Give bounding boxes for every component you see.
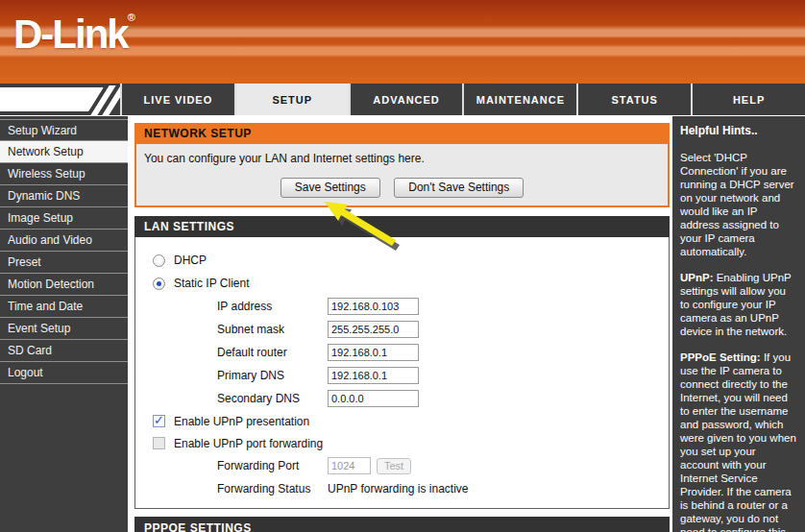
sidebar-item-image-setup[interactable]: Image Setup [0, 207, 128, 230]
page-description: You can configure your LAN and Internet … [144, 150, 660, 165]
badge-shape [0, 87, 104, 111]
tab-status[interactable]: STATUS [576, 84, 691, 115]
default-router-input[interactable] [328, 344, 419, 361]
helpful-hints-panel: Helpful Hints.. Select 'DHCP Connection'… [672, 116, 805, 532]
dhcp-radio-row: DHCP [153, 249, 669, 272]
brand-banner: D-Link® [0, 0, 805, 84]
hint-dhcp: Select 'DHCP Connection' if you are runn… [680, 151, 797, 258]
secondary-dns-row: Secondary DNS [135, 387, 669, 410]
sidebar-item-sd-card[interactable]: SD Card [0, 340, 128, 362]
tab-live-video[interactable]: LIVE VIDEO [120, 84, 234, 115]
registered-mark: ® [128, 12, 135, 23]
dhcp-radio[interactable] [153, 254, 165, 267]
sidebar-item-wireless-setup[interactable]: Wireless Setup [0, 163, 128, 185]
sidebar-item-network-setup[interactable]: Network Setup [0, 141, 128, 163]
hint-pppoe-text: If you use the IP camera to connect dire… [680, 351, 796, 532]
subnet-mask-input[interactable] [328, 321, 419, 338]
sidebar-item-preset[interactable]: Preset [0, 252, 128, 274]
hint-pppoe: PPPoE Setting: If you use the IP camera … [680, 351, 797, 532]
secondary-dns-label: Secondary DNS [217, 392, 328, 405]
hint-upnp: UPnP: Enabling UPnP settings will allow … [680, 271, 797, 338]
hints-title: Helpful Hints.. [680, 124, 797, 137]
network-setup-info-box: You can configure your LAN and Internet … [134, 144, 670, 207]
static-ip-radio[interactable] [153, 278, 165, 290]
forwarding-status-label: Forwarding Status [217, 482, 328, 496]
test-button: Test [377, 458, 411, 474]
primary-dns-row: Primary DNS [135, 364, 669, 387]
forwarding-port-input [328, 457, 371, 474]
secondary-dns-input[interactable] [328, 390, 419, 407]
tab-help[interactable]: HELP [691, 84, 805, 115]
main-content: NETWORK SETUP You can configure your LAN… [134, 116, 670, 532]
upnp-forwarding-row: Enable UPnP port forwarding [153, 432, 669, 454]
save-button-row: Save Settings Don't Save Settings [144, 178, 660, 198]
forwarding-status-value: UPnP forwarding is inactive [328, 482, 469, 496]
upnp-forwarding-checkbox[interactable] [153, 437, 165, 449]
forwarding-status-row: Forwarding Status UPnP forwarding is ina… [135, 477, 669, 500]
forwarding-port-label: Forwarding Port [217, 459, 328, 472]
left-sidebar: Setup Wizard Network Setup Wireless Setu… [0, 116, 128, 532]
save-settings-button[interactable]: Save Settings [281, 178, 380, 198]
top-nav: LIVE VIDEO SETUP ADVANCED MAINTENANCE ST… [0, 84, 805, 115]
sidebar-item-dynamic-dns[interactable]: Dynamic DNS [0, 185, 128, 207]
forwarding-port-row: Forwarding Port Test [135, 454, 669, 477]
sidebar-item-logout[interactable]: Logout [0, 362, 128, 384]
static-ip-radio-label: Static IP Client [174, 277, 249, 290]
dhcp-radio-label: DHCP [174, 254, 207, 267]
pppoe-settings-header: PPPOE SETTINGS [134, 517, 670, 532]
page-title: NETWORK SETUP [134, 123, 670, 144]
dlink-camera-setup-page: D-Link® LIVE VIDEO SETUP ADVANCED MAINTE… [0, 0, 805, 532]
upnp-presentation-row: Enable UPnP presentation [153, 410, 669, 432]
dlink-logo: D-Link® [13, 12, 135, 58]
ip-address-label: IP address [217, 300, 328, 313]
sidebar-item-audio-and-video[interactable]: Audio and Video [0, 230, 128, 252]
hint-dhcp-text: Select 'DHCP Connection' if you are runn… [680, 152, 794, 257]
subnet-mask-label: Subnet mask [217, 323, 328, 336]
default-router-row: Default router [135, 341, 669, 364]
hint-pppoe-lead: PPPoE Setting: [680, 351, 761, 363]
static-ip-radio-row: Static IP Client [153, 272, 669, 295]
tab-advanced[interactable]: ADVANCED [349, 84, 463, 115]
tab-maintenance[interactable]: MAINTENANCE [462, 84, 576, 115]
nav-model-badge [0, 84, 120, 115]
default-router-label: Default router [217, 346, 328, 359]
ip-address-row: IP address [135, 295, 669, 318]
subnet-mask-row: Subnet mask [135, 318, 669, 341]
primary-dns-input[interactable] [328, 367, 419, 384]
tab-setup[interactable]: SETUP [234, 84, 349, 115]
sidebar-item-event-setup[interactable]: Event Setup [0, 318, 128, 340]
upnp-presentation-label: Enable UPnP presentation [174, 415, 309, 428]
sidebar-item-motion-detection[interactable]: Motion Detection [0, 274, 128, 296]
ip-address-input[interactable] [328, 298, 419, 315]
hint-upnp-lead: UPnP: [680, 272, 714, 283]
lan-settings-header: LAN SETTINGS [134, 216, 670, 237]
sidebar-item-time-and-date[interactable]: Time and Date [0, 296, 128, 318]
sidebar-item-setup-wizard[interactable]: Setup Wizard [0, 119, 128, 141]
upnp-forwarding-label: Enable UPnP port forwarding [174, 437, 323, 450]
dont-save-settings-button[interactable]: Don't Save Settings [394, 178, 524, 198]
primary-dns-label: Primary DNS [217, 369, 328, 382]
dlink-logo-text: D-Link [13, 12, 128, 57]
upnp-presentation-checkbox[interactable] [153, 415, 165, 427]
lan-settings-form: DHCP Static IP Client IP address Subnet … [134, 237, 670, 509]
